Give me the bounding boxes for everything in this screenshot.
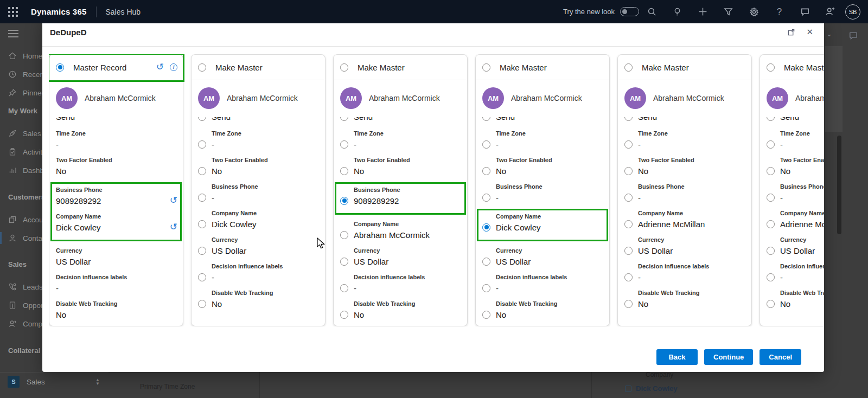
avatar: AM (482, 87, 504, 109)
people-icon[interactable] (818, 0, 843, 23)
info-icon[interactable]: i (170, 63, 177, 71)
field-web-tracking: Disable Web Tracking No (760, 288, 824, 310)
make-master-radio[interactable] (767, 63, 775, 72)
field-currency: Currency US Dollar (618, 235, 751, 257)
value-radio[interactable] (767, 300, 775, 308)
help-icon[interactable]: ? (767, 0, 792, 23)
user-avatar[interactable]: SB (845, 4, 860, 20)
area-switcher[interactable]: S Sales ▲▼ (0, 372, 108, 391)
value-radio[interactable] (624, 167, 633, 175)
waffle-icon[interactable] (8, 7, 18, 17)
settings-gear-icon[interactable] (741, 0, 767, 23)
value-radio[interactable] (198, 300, 206, 308)
card-header-make-master[interactable]: Make Master (192, 55, 325, 80)
field-web-tracking: Disable Web Tracking No (334, 299, 467, 321)
close-icon[interactable]: ✕ (806, 27, 813, 37)
value-radio[interactable] (198, 247, 206, 255)
field-time-zone: Time Zone - (760, 129, 824, 151)
field-two-factor: Two Factor Enabled No (760, 156, 824, 177)
value-radio[interactable] (767, 273, 775, 281)
search-icon[interactable] (639, 0, 665, 23)
bg-scrollbar-thumb[interactable] (837, 136, 841, 234)
card-header-make-master[interactable]: Make Master (334, 55, 467, 80)
value-radio[interactable] (198, 140, 206, 149)
value-radio[interactable] (482, 258, 490, 266)
value-radio-selected[interactable] (482, 223, 490, 232)
make-master-radio[interactable] (624, 63, 633, 72)
value-radio[interactable] (624, 140, 633, 149)
value-radio[interactable] (340, 284, 348, 292)
value-radio[interactable] (767, 220, 775, 228)
undo-icon[interactable]: ↺ (170, 197, 177, 204)
contact-person-icon (8, 234, 17, 242)
value-radio[interactable] (482, 311, 490, 319)
card-header-master-record[interactable]: Master Record ↺ i (49, 55, 183, 80)
app-name: Sales Hub (105, 8, 141, 16)
value-radio[interactable] (767, 194, 775, 202)
clipped-field: Send (49, 117, 183, 124)
value-radio[interactable] (482, 194, 490, 202)
selected-field-highlight: Company Name Dick Cowley (477, 209, 608, 241)
new-look-toggle[interactable] (620, 7, 639, 16)
field-business-phone: Business Phone - (760, 182, 824, 204)
field-two-factor: Two Factor Enabled No (476, 156, 609, 177)
value-radio[interactable] (767, 247, 775, 255)
popout-expand-icon[interactable] (787, 28, 795, 36)
value-radio[interactable] (340, 231, 348, 239)
back-button[interactable]: Back (656, 349, 698, 365)
record-card-2: Make Master AM Abraham McCormick Send Ti… (191, 54, 326, 326)
value-radio[interactable] (340, 167, 348, 175)
add-icon[interactable] (690, 0, 716, 23)
value-radio[interactable] (340, 258, 348, 266)
undo-icon[interactable]: ↺ (156, 63, 164, 71)
field-web-tracking: Disable Web Tracking No (192, 288, 325, 310)
field-time-zone: Time Zone - (192, 129, 325, 151)
hamburger-menu-icon[interactable] (8, 30, 18, 37)
value-radio-selected[interactable] (340, 197, 348, 205)
field-company-name: Company Name Dick Cowley ↺ (52, 212, 180, 234)
value-radio[interactable] (482, 167, 490, 175)
value-radio[interactable] (624, 300, 633, 308)
value-radio[interactable] (198, 220, 206, 228)
field-currency: Currency US Dollar (334, 246, 467, 268)
avatar: AM (198, 87, 220, 109)
contact-name: Abraham McCormick (511, 94, 582, 102)
deduped-dialog: DeDupeD ✕ Master Record ↺ i AM Abraham M… (42, 18, 824, 372)
record-card-3: Make Master AM Abraham McCormick Send Ti… (333, 54, 468, 326)
make-master-radio[interactable] (340, 63, 348, 72)
feedback-chat-icon[interactable] (792, 0, 818, 23)
value-radio[interactable] (482, 284, 490, 292)
value-radio[interactable] (624, 220, 633, 228)
value-radio[interactable] (624, 273, 633, 281)
value-radio[interactable] (767, 140, 775, 149)
bg-company-value: Dick Cowley (636, 384, 678, 393)
value-radio[interactable] (767, 167, 775, 175)
field-business-phone: Business Phone - (476, 182, 609, 204)
master-record-radio[interactable] (56, 63, 64, 72)
continue-button[interactable]: Continue (704, 349, 753, 365)
selected-field-highlight: Business Phone 9089289292 (335, 182, 466, 215)
card-header-make-master[interactable]: Make Master (760, 55, 824, 80)
unfold-chevrons-icon: ▲▼ (95, 378, 100, 386)
value-radio[interactable] (198, 273, 206, 281)
value-radio[interactable] (624, 247, 633, 255)
card-header-make-master[interactable]: Make Master (476, 55, 609, 80)
value-radio[interactable] (340, 140, 348, 149)
value-radio[interactable] (198, 194, 206, 202)
lightbulb-icon[interactable] (665, 0, 690, 23)
make-master-radio[interactable] (198, 63, 206, 72)
card-header-make-master[interactable]: Make Master (618, 55, 751, 80)
value-radio[interactable] (340, 311, 348, 319)
field-time-zone: Time Zone - (334, 129, 467, 151)
make-master-radio[interactable] (482, 63, 490, 72)
value-radio[interactable] (198, 167, 206, 175)
value-radio[interactable] (624, 194, 633, 202)
filter-icon[interactable] (716, 0, 741, 23)
undo-icon[interactable]: ↺ (170, 223, 177, 231)
value-radio[interactable] (482, 140, 490, 149)
clipped-field: Send (192, 117, 325, 124)
cancel-button[interactable]: Cancel (760, 349, 801, 365)
clock-icon (8, 70, 17, 79)
field-currency: Currency US Dollar (760, 235, 824, 257)
clipped-field: Send (476, 117, 609, 124)
